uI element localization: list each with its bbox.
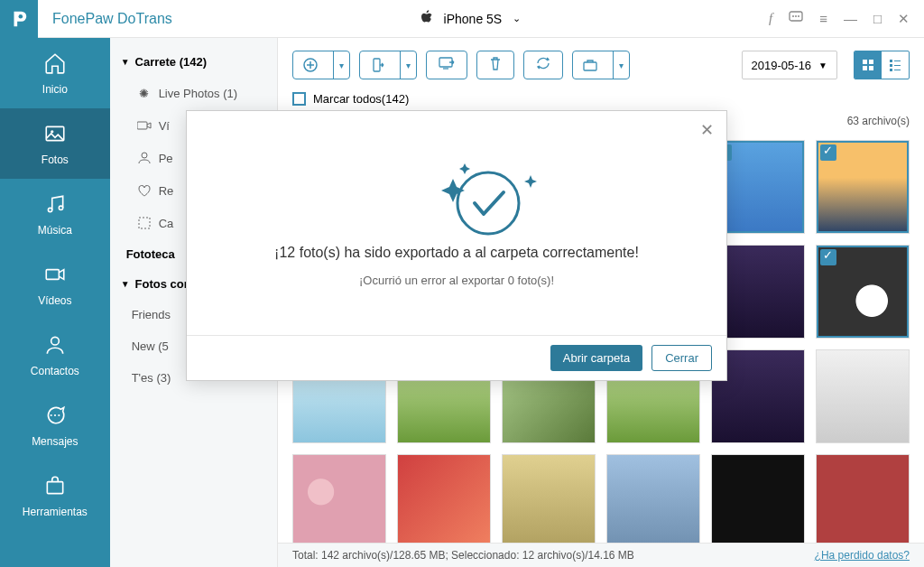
svg-point-10 bbox=[51, 337, 59, 345]
modal-title: ¡12 foto(s) ha sido exportado a al carpe… bbox=[274, 245, 639, 261]
svg-rect-24 bbox=[863, 66, 867, 70]
plus-icon bbox=[293, 51, 328, 79]
select-all[interactable]: Marcar todos(142) bbox=[278, 92, 924, 109]
statusbar: Total: 142 archivo(s)/128.65 MB; Selecci… bbox=[278, 543, 924, 567]
tools-icon bbox=[43, 474, 67, 500]
photo-thumb[interactable] bbox=[606, 454, 700, 543]
grid-view-button[interactable] bbox=[855, 51, 882, 79]
svg-rect-15 bbox=[137, 122, 147, 129]
video-icon bbox=[43, 263, 67, 289]
svg-rect-26 bbox=[890, 60, 892, 62]
sidebar-item-music[interactable]: Música bbox=[0, 179, 110, 249]
status-text: Total: 142 archivo(s)/128.65 MB; Selecci… bbox=[292, 549, 634, 562]
sidebar-item-videos[interactable]: Vídeos bbox=[0, 249, 110, 320]
date-value: 2019-05-16 bbox=[752, 59, 812, 72]
home-icon bbox=[43, 51, 67, 78]
svg-point-13 bbox=[58, 414, 60, 415]
camera-icon bbox=[137, 118, 152, 133]
sidebar-item-messages[interactable]: Mensajes bbox=[0, 390, 110, 460]
maximize-icon[interactable]: □ bbox=[873, 11, 882, 26]
briefcase-icon bbox=[573, 51, 607, 79]
export-phone-icon bbox=[360, 51, 394, 79]
sidebar-item-tools[interactable]: Herramientas bbox=[0, 460, 110, 531]
select-icon bbox=[137, 216, 152, 230]
arrow-down-icon: ▼ bbox=[818, 60, 827, 70]
export-pc-icon bbox=[438, 56, 456, 74]
svg-rect-9 bbox=[46, 269, 59, 279]
svg-rect-30 bbox=[890, 69, 892, 71]
svg-point-8 bbox=[59, 206, 62, 209]
export-pc-button[interactable] bbox=[426, 51, 467, 79]
chevron-down-icon: ▾ bbox=[613, 51, 629, 79]
modal-close-button[interactable]: Cerrar bbox=[651, 345, 712, 371]
photo-thumb[interactable] bbox=[397, 454, 491, 543]
album-live-photos[interactable]: ✺Live Photos (1) bbox=[110, 77, 277, 109]
sidebar-item-label: Fotos bbox=[42, 153, 69, 166]
delete-button[interactable] bbox=[476, 51, 514, 79]
device-selector[interactable]: iPhone 5S ⌄ bbox=[420, 10, 522, 27]
facebook-icon[interactable]: f bbox=[769, 11, 772, 26]
date-filter[interactable]: 2019-05-16▼ bbox=[742, 51, 837, 79]
album-carrete[interactable]: ▼Carrete (142) bbox=[110, 47, 277, 77]
chevron-down-icon: ⌄ bbox=[513, 13, 521, 24]
live-photos-icon: ✺ bbox=[137, 86, 152, 100]
photo-thumb[interactable] bbox=[711, 454, 805, 543]
svg-rect-23 bbox=[869, 60, 873, 64]
people-icon bbox=[137, 151, 152, 165]
export-device-button[interactable]: ▾ bbox=[359, 51, 417, 79]
photo-thumb[interactable] bbox=[816, 245, 910, 339]
modal-subtitle: ¡Ocurrió un error al exportar 0 foto(s)! bbox=[359, 274, 554, 287]
photo-thumb[interactable] bbox=[502, 454, 596, 543]
svg-rect-19 bbox=[374, 59, 380, 71]
svg-point-2 bbox=[792, 15, 794, 17]
close-icon[interactable]: ✕ bbox=[898, 11, 910, 27]
contacts-icon bbox=[43, 333, 67, 359]
refresh-button[interactable] bbox=[523, 51, 563, 79]
svg-rect-22 bbox=[863, 60, 867, 64]
photo-thumb[interactable] bbox=[816, 140, 910, 234]
messages-icon bbox=[43, 404, 67, 430]
photo-thumb[interactable] bbox=[816, 349, 910, 443]
modal-body: ¡12 foto(s) ha sido exportado a al carpe… bbox=[187, 111, 726, 335]
svg-point-16 bbox=[142, 153, 147, 158]
open-folder-button[interactable]: Abrir carpeta bbox=[550, 345, 642, 371]
apple-icon bbox=[420, 10, 433, 27]
svg-rect-29 bbox=[894, 65, 901, 66]
toolbar: ▾ ▾ ▾ 2019-05-16▼ bbox=[278, 38, 924, 92]
sidebar-item-contacts[interactable]: Contactos bbox=[0, 320, 110, 390]
arrow-down-icon: ▼ bbox=[121, 57, 130, 67]
view-toggle bbox=[854, 51, 910, 79]
svg-rect-27 bbox=[894, 60, 901, 61]
list-view-button[interactable] bbox=[882, 51, 909, 79]
svg-rect-25 bbox=[869, 66, 873, 70]
sidebar-item-label: Contactos bbox=[31, 365, 79, 377]
album-label: Fototeca bbox=[126, 247, 175, 261]
album-manage-button[interactable]: ▾ bbox=[572, 51, 630, 79]
sidebar-item-home[interactable]: Inicio bbox=[0, 38, 110, 108]
svg-point-4 bbox=[798, 15, 799, 17]
heart-icon bbox=[137, 183, 152, 198]
photo-thumb[interactable] bbox=[816, 454, 910, 543]
menu-icon[interactable]: ≡ bbox=[819, 11, 827, 26]
modal-close-icon[interactable]: ✕ bbox=[700, 120, 714, 140]
sidebar-item-photos[interactable]: Fotos bbox=[0, 108, 110, 179]
svg-point-12 bbox=[54, 414, 56, 415]
svg-rect-14 bbox=[47, 481, 62, 493]
chevron-down-icon: ▾ bbox=[400, 51, 416, 79]
titlebar: FonePaw DoTrans iPhone 5S ⌄ f ≡ — □ ✕ bbox=[0, 0, 924, 38]
album-label: T'es (3) bbox=[132, 371, 171, 385]
modal-footer: Abrir carpeta Cerrar bbox=[187, 335, 726, 380]
feedback-icon[interactable] bbox=[789, 11, 803, 26]
svg-point-32 bbox=[457, 172, 519, 234]
photo-thumb[interactable] bbox=[292, 454, 386, 543]
lost-data-link[interactable]: ¿Ha perdido datos? bbox=[815, 549, 910, 562]
photos-icon bbox=[43, 122, 67, 148]
minimize-icon[interactable]: — bbox=[844, 11, 857, 26]
album-label: Pe bbox=[159, 152, 173, 165]
app-logo bbox=[0, 0, 38, 38]
album-label: Carrete (142) bbox=[135, 55, 208, 69]
sidebar-item-label: Vídeos bbox=[38, 294, 71, 307]
checked-icon bbox=[820, 249, 836, 265]
add-button[interactable]: ▾ bbox=[292, 51, 350, 79]
sidebar-item-label: Herramientas bbox=[23, 506, 88, 518]
